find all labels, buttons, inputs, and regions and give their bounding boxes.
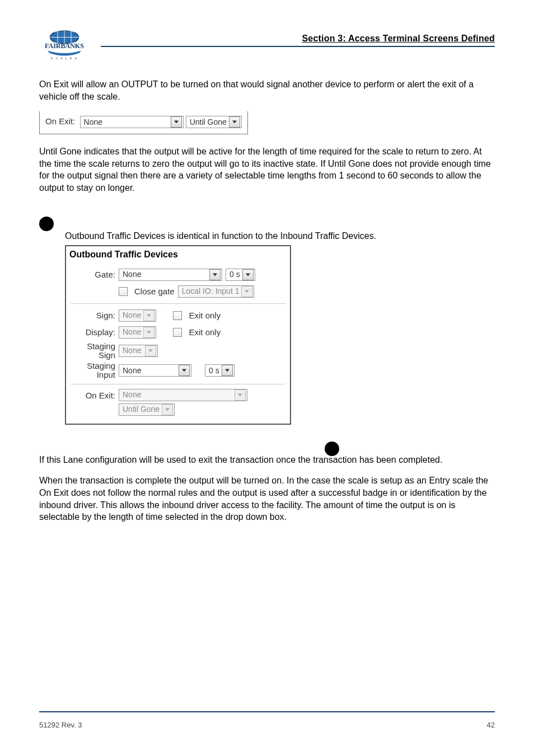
until-gone-text: Until Gone indicates that the output wil… <box>39 145 495 194</box>
staging-input-row: Staging Input None 0 s <box>71 361 285 379</box>
close-gate-row: Close gate Local IO: Input 1 <box>71 284 285 299</box>
display-row: Display: None Exit only <box>71 325 285 340</box>
page-body: On Exit will allow an OUTPUT to be turne… <box>39 78 495 523</box>
on-exit-strip: On Exit: None Until Gone <box>39 111 248 134</box>
chevron-down-icon <box>229 116 240 128</box>
outbound-intro-text: Outbound Traffic Devices is identical in… <box>65 230 495 242</box>
fairbanks-logo: FAIRBANKS S C A L E S <box>39 28 90 62</box>
chevron-down-icon <box>209 269 221 280</box>
bullet-icon <box>325 442 339 456</box>
staging-sign-label: Staging Sign <box>71 342 119 360</box>
chevron-down-icon <box>241 286 252 297</box>
sign-exit-only-label: Exit only <box>189 310 221 321</box>
sign-select[interactable]: None <box>119 309 156 322</box>
on-exit-explain-text: On Exit will allow an OUTPUT to be turne… <box>39 78 495 102</box>
header-rule <box>101 46 495 47</box>
display-label: Display: <box>71 328 119 337</box>
sign-exit-only-checkbox[interactable] <box>173 311 182 320</box>
chevron-down-icon <box>235 389 246 401</box>
display-exit-only-label: Exit only <box>189 327 221 338</box>
gate-label: Gate: <box>71 270 119 279</box>
sign-row: Sign: None Exit only <box>71 303 285 323</box>
on-exit-row: On Exit: None Until Gone <box>71 384 285 416</box>
svg-text:S C A L E S: S C A L E S <box>51 57 78 60</box>
chevron-down-icon <box>222 365 233 376</box>
close-gate-label: Close gate <box>134 286 175 297</box>
chevron-down-icon <box>143 327 154 338</box>
outbound-bullet-row: Outbound Traffic Devices is identical in… <box>39 217 495 242</box>
staging-input-select[interactable]: None <box>119 364 191 377</box>
footer-left: 51292 Rev. 3 <box>39 721 82 729</box>
trailer-bullet-row <box>325 442 495 456</box>
gate-time-select[interactable]: 0 s <box>226 269 255 281</box>
page-footer: 51292 Rev. 3 42 <box>39 721 495 729</box>
gate-row: Gate: None 0 s <box>71 267 285 282</box>
footer-rule <box>39 711 495 712</box>
gate-select[interactable]: None <box>119 269 222 281</box>
chevron-down-icon <box>242 269 254 280</box>
display-exit-only-checkbox[interactable] <box>173 328 182 337</box>
chevron-down-icon <box>145 345 156 356</box>
chevron-down-icon <box>143 310 154 321</box>
on-exit-output-select[interactable]: None <box>119 389 247 401</box>
on-exit-strip-figure: On Exit: None Until Gone <box>39 111 495 134</box>
bullet-icon <box>39 217 54 231</box>
chevron-down-icon <box>171 116 182 128</box>
staging-input-time-select[interactable]: 0 s <box>205 364 235 377</box>
on-exit-duration-select[interactable]: Until Gone <box>186 116 242 128</box>
chevron-down-icon <box>162 404 173 415</box>
close-gate-checkbox[interactable] <box>119 287 128 296</box>
close-gate-input-select[interactable]: Local IO: Input 1 <box>178 285 255 298</box>
svg-text:FAIRBANKS: FAIRBANKS <box>45 42 84 50</box>
staging-sign-select[interactable]: None <box>119 345 158 357</box>
page: FAIRBANKS S C A L E S Section 3: Access … <box>0 0 534 756</box>
section-title: Section 3: Access Terminal Screens Defin… <box>302 34 495 44</box>
footer-page-number: 42 <box>487 721 495 729</box>
on-exit-duration-select-panel[interactable]: Until Gone <box>119 403 175 416</box>
staging-input-label: Staging Input <box>71 361 119 379</box>
display-select[interactable]: None <box>119 326 156 339</box>
sign-label: Sign: <box>71 311 119 320</box>
panel-title: Outbound Traffic Devices <box>66 246 290 262</box>
chevron-down-icon <box>179 365 190 376</box>
outbound-traffic-devices-panel: Outbound Traffic Devices Gate: None 0 s <box>65 245 291 425</box>
trailer-para-text: When the transaction is complete the out… <box>39 475 495 523</box>
staging-sign-row: Staging Sign None <box>71 342 285 360</box>
page-header: FAIRBANKS S C A L E S Section 3: Access … <box>39 22 495 67</box>
on-exit-panel-label: On Exit: <box>71 389 119 400</box>
on-exit-select[interactable]: None <box>80 116 184 128</box>
on-exit-label: On Exit: <box>45 116 75 126</box>
